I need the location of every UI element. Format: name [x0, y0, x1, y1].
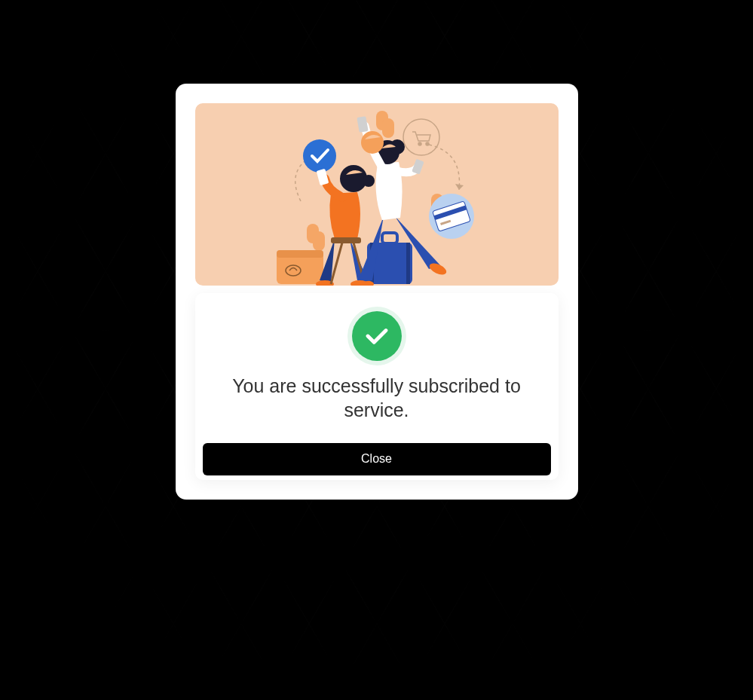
svg-rect-47	[412, 159, 424, 175]
svg-rect-33	[382, 233, 397, 243]
modal-content: You are successfully subscribed to servi…	[195, 293, 559, 480]
svg-point-19	[403, 119, 439, 155]
svg-marker-12	[455, 184, 464, 190]
svg-rect-46	[357, 116, 368, 133]
subscription-success-modal: You are successfully subscribed to servi…	[176, 84, 578, 500]
svg-rect-32	[406, 243, 410, 284]
svg-point-20	[418, 142, 421, 145]
svg-rect-38	[316, 169, 329, 185]
success-message: You are successfully subscribed to servi…	[203, 374, 551, 443]
close-button[interactable]: Close	[203, 443, 551, 475]
svg-point-48	[361, 131, 384, 154]
success-checkmark-icon	[352, 311, 402, 361]
svg-point-22	[303, 139, 336, 173]
svg-point-37	[363, 175, 375, 187]
svg-point-21	[426, 142, 429, 145]
svg-rect-14	[382, 118, 394, 138]
svg-rect-41	[331, 237, 361, 243]
svg-rect-18	[313, 231, 325, 251]
svg-rect-28	[277, 250, 323, 258]
modal-illustration	[195, 103, 559, 286]
